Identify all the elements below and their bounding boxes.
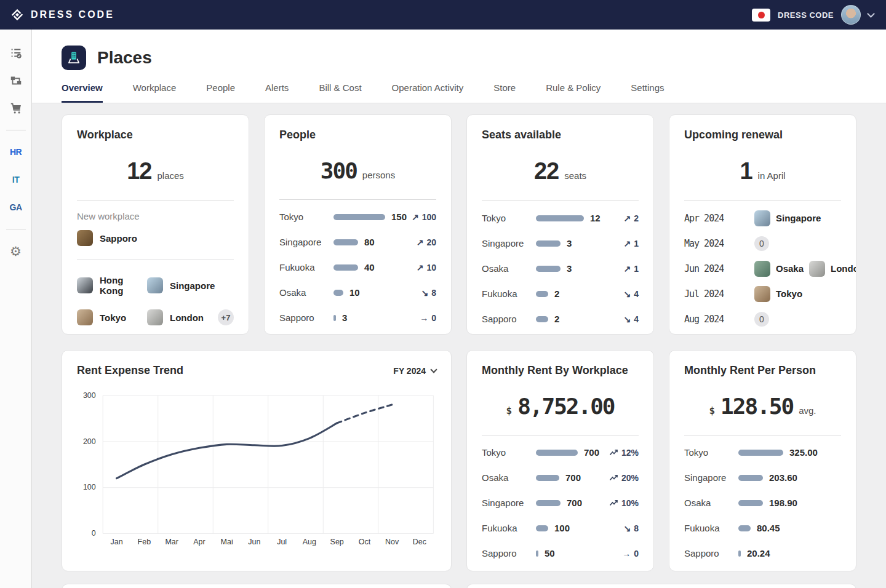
- tab-overview[interactable]: Overview: [62, 82, 103, 103]
- stat-row: Singapore70010%: [482, 490, 639, 515]
- workplace-item: Tokyo: [77, 309, 147, 325]
- stat-row: Fukuoka2↘4: [482, 281, 639, 306]
- trend-delta: 10: [426, 263, 436, 272]
- stat-row: Sapporo3→0: [279, 305, 436, 330]
- tab-alerts[interactable]: Alerts: [265, 82, 289, 103]
- trend-line-forecast: [337, 405, 393, 423]
- seats-unit: seats: [564, 170, 586, 181]
- stat-label: Sapporo: [279, 312, 333, 323]
- stat-bar: [536, 215, 584, 221]
- tab-settings[interactable]: Settings: [631, 82, 664, 103]
- fiscal-year-value: FY 2024: [393, 366, 426, 376]
- divider: [684, 435, 841, 435]
- more-places-badge[interactable]: +7: [218, 309, 234, 325]
- arrow-up-right-icon: ↗: [417, 263, 424, 272]
- sidebar-item-ga[interactable]: GA: [5, 196, 27, 218]
- trend-line-actual: [117, 423, 337, 479]
- arrow-up-right-icon: ↗: [623, 239, 631, 248]
- svg-text:Sep: Sep: [330, 538, 344, 546]
- place-name: Hong Kong: [100, 275, 147, 296]
- trend-delta: 100: [422, 212, 436, 222]
- stat-label: Fukuoka: [279, 262, 333, 272]
- stat-label: Singapore: [684, 472, 738, 483]
- stat-row: Sapporo20.24: [684, 541, 841, 566]
- svg-text:Apr: Apr: [193, 538, 205, 546]
- workplace-unit: places: [157, 170, 183, 181]
- trend-indicator: ↗2: [623, 213, 639, 223]
- new-workplace-list: Sapporo: [77, 230, 234, 246]
- divider: [684, 201, 841, 201]
- stat-bar: [333, 239, 358, 245]
- trend-indicator: ↘4: [623, 314, 639, 324]
- stat-label: Sapporo: [684, 548, 738, 558]
- tab-people[interactable]: People: [206, 82, 235, 103]
- arrow-down-right-icon: ↘: [623, 314, 631, 324]
- trend-indicator: 20%: [609, 473, 639, 483]
- sidebar-item-it[interactable]: IT: [5, 169, 27, 191]
- svg-text:Feb: Feb: [138, 538, 151, 546]
- stat-bar: [536, 316, 548, 322]
- workplace-card: Workplace 12 places New workplace Sappor…: [62, 114, 249, 335]
- brand-logo-icon: [10, 7, 25, 22]
- place-name: Osaka: [776, 263, 804, 274]
- tab-bill-cost[interactable]: Bill & Cost: [319, 82, 361, 103]
- place-name: Tokyo: [776, 288, 802, 299]
- tab-workplace[interactable]: Workplace: [133, 82, 177, 103]
- trend-delta: 2: [634, 213, 639, 223]
- stat-row: Tokyo150↗100: [279, 204, 436, 229]
- org-name: DRESS CODE: [778, 10, 834, 20]
- stat-bar: [333, 315, 336, 321]
- stat-bar: [536, 291, 548, 297]
- svg-text:Jul: Jul: [277, 538, 287, 546]
- tab-store[interactable]: Store: [493, 82, 516, 103]
- stat-row: Singapore203.60: [684, 465, 841, 490]
- card-title: Upcoming renewal: [684, 129, 783, 141]
- stat-label: Fukuoka: [684, 523, 738, 533]
- sidebar-item-hr[interactable]: HR: [5, 141, 27, 163]
- fiscal-year-dropdown[interactable]: FY 2024: [393, 366, 436, 376]
- renewal-places: Singapore: [754, 210, 821, 226]
- svg-text:Aug: Aug: [303, 538, 316, 546]
- stat-value: 150: [391, 212, 407, 222]
- rent-avg: 128.50: [720, 394, 793, 419]
- stat-label: Sapporo: [482, 548, 536, 558]
- singapore-thumbnail: [754, 210, 770, 226]
- stat-bar: [333, 214, 385, 220]
- zero-badge: 0: [754, 236, 769, 251]
- tab-bar: OverviewWorkplacePeopleAlertsBill & Cost…: [62, 82, 856, 103]
- arrow-up-right-icon: ↗: [417, 237, 424, 247]
- new-workplace-label: New workplace: [77, 211, 234, 221]
- renewal-month: May 2024: [684, 238, 746, 249]
- stat-value: 80.45: [757, 523, 780, 533]
- stat-row: Sapporo2↘4: [482, 306, 639, 332]
- cart-icon[interactable]: [5, 97, 27, 119]
- rent-total: 8,752.00: [517, 394, 614, 419]
- tab-rule-policy[interactable]: Rule & Policy: [546, 82, 601, 103]
- tab-operation-activity[interactable]: Operation Activity: [392, 82, 464, 103]
- partial-card: [466, 584, 856, 588]
- card-title: Monthly Rent By Workplace: [482, 364, 628, 377]
- svg-text:300: 300: [83, 391, 96, 400]
- rent-per-person-card: Monthly Rent Per Person $ 128.50 avg. To…: [669, 350, 856, 571]
- trend-delta: 12%: [621, 448, 639, 458]
- hong-kong-thumbnail: [77, 277, 93, 293]
- checklist-icon[interactable]: [5, 42, 27, 64]
- arrow-up-right-icon: ↗: [623, 264, 631, 274]
- renewal-places: OsakaLondon: [754, 261, 856, 277]
- trending-up-icon: [609, 474, 618, 482]
- stat-row: Osaka70020%: [482, 465, 639, 490]
- trend-delta: 4: [634, 314, 639, 324]
- stat-bar: [738, 525, 751, 531]
- people-card: People 300 persons Tokyo150↗100Singapore…: [264, 114, 452, 335]
- user-avatar[interactable]: [841, 5, 861, 25]
- app-sidebar: HR IT GA ⚙: [0, 30, 32, 588]
- stat-value: 3: [567, 238, 572, 248]
- chevron-down-icon[interactable]: [867, 10, 875, 18]
- london-thumbnail: [809, 261, 825, 277]
- divider: [77, 201, 234, 201]
- card-title: Seats available: [482, 129, 561, 141]
- trend-indicator: ↗20: [417, 237, 436, 247]
- org-chart-icon[interactable]: [5, 70, 27, 92]
- gear-icon[interactable]: ⚙: [5, 240, 27, 262]
- stat-label: Tokyo: [482, 447, 536, 458]
